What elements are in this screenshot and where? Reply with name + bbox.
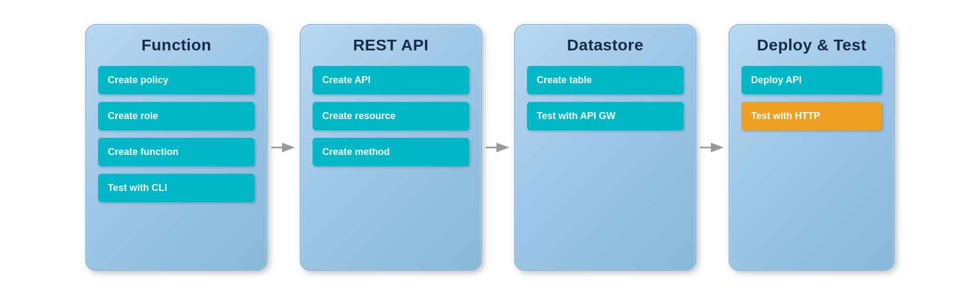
panel-deploy-test-items: Deploy API Test with HTTP [741, 66, 882, 258]
panel-function: Function Create policy Create role Creat… [85, 24, 268, 271]
deploy-api-button[interactable]: Deploy API [741, 66, 882, 94]
create-resource-button[interactable]: Create resource [313, 102, 469, 130]
test-with-http-button[interactable]: Test with HTTP [741, 102, 882, 130]
create-table-button[interactable]: Create table [527, 66, 684, 94]
panel-rest-api-items: Create API Create resource Create method [313, 66, 469, 258]
panel-deploy-test: Deploy & Test Deploy API Test with HTTP [729, 24, 895, 271]
arrow-2-icon [485, 137, 511, 158]
panel-datastore: Datastore Create table Test with API GW [514, 24, 696, 271]
panel-datastore-items: Create table Test with API GW [527, 66, 684, 258]
panel-rest-api: REST API Create API Create resource Crea… [300, 24, 482, 271]
panel-rest-api-title: REST API [313, 36, 469, 54]
panel-deploy-test-title: Deploy & Test [741, 36, 882, 54]
create-api-button[interactable]: Create API [313, 66, 469, 94]
create-function-button[interactable]: Create function [98, 138, 255, 166]
panel-datastore-title: Datastore [527, 36, 684, 54]
test-with-cli-button[interactable]: Test with CLI [98, 174, 255, 202]
create-policy-button[interactable]: Create policy [98, 66, 255, 94]
test-with-api-gw-button[interactable]: Test with API GW [527, 102, 684, 130]
arrow-3 [696, 137, 729, 158]
arrow-3-icon [699, 137, 726, 158]
arrow-1 [268, 137, 300, 158]
arrow-1-icon [270, 137, 297, 158]
panel-function-items: Create policy Create role Create functio… [98, 66, 255, 258]
diagram-container: Function Create policy Create role Creat… [64, 13, 916, 282]
create-method-button[interactable]: Create method [313, 138, 469, 166]
arrow-2 [482, 137, 514, 158]
create-role-button[interactable]: Create role [98, 102, 255, 130]
panel-function-title: Function [98, 36, 255, 54]
